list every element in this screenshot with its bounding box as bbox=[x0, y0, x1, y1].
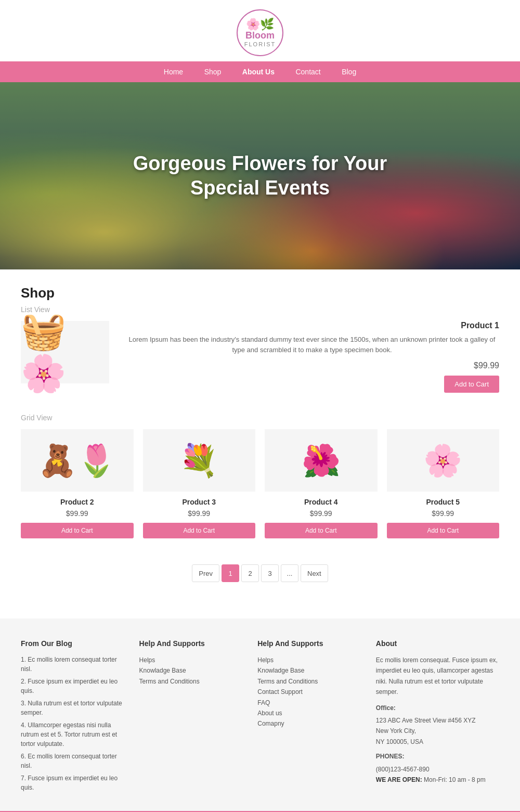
grid-product-price-2: $99.99 bbox=[265, 509, 378, 518]
logo-circle: 🌸🌿 Bloom FLORIST bbox=[237, 9, 283, 56]
footer-office-label: Office: bbox=[376, 703, 499, 713]
blog-item-5: 7. Fusce ipsum ex imperdiet eu leo quis. bbox=[21, 774, 124, 792]
blog-item-4: 6. Ec mollis lorem consequat torter nisl… bbox=[21, 752, 124, 770]
grid-product-image-0: 🧸🌷 bbox=[21, 429, 134, 492]
grid-add-to-cart-button-2[interactable]: Add to Cart bbox=[265, 523, 378, 538]
blog-item-3: 4. Ullamcorper egestas nisi nulla rutrum… bbox=[21, 720, 124, 749]
list-product-info: Product 1 Lorem Ipsum has been the indus… bbox=[125, 321, 499, 393]
blog-item-1: 2. Fusce ipsum ex imperdiet eu leo quis. bbox=[21, 677, 124, 695]
footer-city: New York City, bbox=[376, 726, 499, 736]
grid-product-name-2: Product 4 bbox=[265, 498, 378, 506]
logo: 🌸🌿 Bloom FLORIST bbox=[237, 9, 283, 56]
pagination-page-2[interactable]: 2 bbox=[241, 564, 259, 582]
blog-item-0: 1. Ec mollis lorem consequat torter nisl… bbox=[21, 655, 124, 674]
grid-item-3: 🌸 Product 5 $99.99 Add to Cart bbox=[387, 429, 500, 538]
grid-product-price-1: $99.99 bbox=[143, 509, 256, 518]
logo-florist: FLORIST bbox=[244, 41, 276, 47]
pagination-prev[interactable]: Prev bbox=[192, 564, 219, 582]
pagination: Prev 1 2 3 ... Next bbox=[21, 554, 499, 603]
grid-item-2: 🌺 Product 4 $99.99 Add to Cart bbox=[265, 429, 378, 538]
help2-item-6[interactable]: Comapny bbox=[257, 718, 360, 729]
help1-item-2[interactable]: Terms and Conditions bbox=[139, 676, 242, 687]
footer-help2-title: Help And Supports bbox=[257, 639, 360, 648]
grid-product-name-3: Product 5 bbox=[387, 498, 500, 506]
footer-grid: From Our Blog 1. Ec mollis lorem consequ… bbox=[21, 639, 499, 811]
footer-hours: WE ARE OPEN: Mon-Fri: 10 am - 8 pm bbox=[376, 775, 499, 785]
list-product-image: 🧺🌸 bbox=[21, 321, 109, 383]
footer-phones-label: PHONES: bbox=[376, 751, 499, 762]
grid-product-name-0: Product 2 bbox=[21, 498, 134, 506]
grid-flower-icon-0: 🧸🌷 bbox=[38, 442, 116, 479]
footer-blog-column: From Our Blog 1. Ec mollis lorem consequ… bbox=[21, 639, 124, 795]
help2-item-0[interactable]: Helps bbox=[257, 655, 360, 665]
hero-content: Gorgeous Flowers for Your Special Events bbox=[123, 141, 397, 211]
nav-contact[interactable]: Contact bbox=[286, 61, 330, 82]
grid-add-to-cart-button-3[interactable]: Add to Cart bbox=[387, 523, 500, 538]
help2-item-1[interactable]: Knowladge Base bbox=[257, 665, 360, 676]
grid-view: 🧸🌷 Product 2 $99.99 Add to Cart 💐 Produc… bbox=[21, 429, 499, 538]
footer-help1-column: Help And Supports Helps Knowladge Base T… bbox=[139, 639, 242, 795]
hero-title-line1: Gorgeous Flowers for Your bbox=[133, 152, 387, 174]
site-header: 🌸🌿 Bloom FLORIST bbox=[0, 0, 520, 61]
grid-product-image-3: 🌸 bbox=[387, 429, 500, 492]
hero-title-line2: Special Events bbox=[190, 177, 330, 199]
help2-item-2[interactable]: Terms and Conditions bbox=[257, 676, 360, 687]
logo-bloom: Bloom bbox=[244, 31, 276, 41]
footer-about-title: About bbox=[376, 639, 499, 648]
shop-section: Shop List View 🧺🌸 Product 1 Lorem Ipsum … bbox=[0, 269, 520, 618]
shop-title: Shop bbox=[21, 285, 499, 301]
footer-state: NY 100005, USA bbox=[376, 737, 499, 747]
help2-item-3[interactable]: Contact Support bbox=[257, 687, 360, 697]
blog-item-2: 3. Nulla rutrum est et tortor vulputate … bbox=[21, 699, 124, 717]
grid-flower-icon-3: 🌸 bbox=[423, 442, 462, 479]
nav-bar: Home Shop About Us Contact Blog bbox=[0, 61, 520, 82]
footer-help1-list: Helps Knowladge Base Terms and Condition… bbox=[139, 655, 242, 687]
nav-shop[interactable]: Shop bbox=[195, 61, 231, 82]
footer-hours-value: Mon-Fri: 10 am - 8 pm bbox=[424, 776, 486, 783]
footer-about-text: Ec mollis lorem consequat. Fusce ipsum e… bbox=[376, 655, 499, 698]
nav-blog[interactable]: Blog bbox=[332, 61, 366, 82]
logo-text: 🌸🌿 Bloom FLORIST bbox=[244, 18, 276, 47]
grid-product-price-0: $99.99 bbox=[21, 509, 134, 518]
pagination-next[interactable]: Next bbox=[301, 564, 328, 582]
footer: From Our Blog 1. Ec mollis lorem consequ… bbox=[0, 618, 520, 812]
grid-product-price-3: $99.99 bbox=[387, 509, 500, 518]
help1-item-0[interactable]: Helps bbox=[139, 655, 242, 665]
grid-item-1: 💐 Product 3 $99.99 Add to Cart bbox=[143, 429, 256, 538]
help2-item-4[interactable]: FAQ bbox=[257, 698, 360, 708]
footer-hours-label: WE ARE OPEN: bbox=[376, 776, 422, 783]
grid-view-label: Grid View bbox=[21, 408, 499, 422]
nav-home[interactable]: Home bbox=[154, 61, 192, 82]
grid-product-image-2: 🌺 bbox=[265, 429, 378, 492]
pagination-ellipsis: ... bbox=[281, 564, 298, 582]
grid-flower-icon-1: 💐 bbox=[179, 442, 218, 479]
footer-phone: (800)123-4567-890 bbox=[376, 764, 499, 775]
list-product-desc: Lorem Ipsum has been the industry's stan… bbox=[125, 334, 499, 355]
pagination-page-3[interactable]: 3 bbox=[261, 564, 279, 582]
footer-blog-list: 1. Ec mollis lorem consequat torter nisl… bbox=[21, 655, 124, 792]
hero-section: Gorgeous Flowers for Your Special Events bbox=[0, 82, 520, 269]
footer-blog-title: From Our Blog bbox=[21, 639, 124, 648]
list-flower-icon: 🧺🌸 bbox=[21, 310, 109, 395]
list-view-item: 🧺🌸 Product 1 Lorem Ipsum has been the in… bbox=[21, 321, 499, 393]
help2-item-5[interactable]: About us bbox=[257, 708, 360, 718]
help1-item-1[interactable]: Knowladge Base bbox=[139, 665, 242, 676]
grid-flower-icon-2: 🌺 bbox=[302, 442, 341, 479]
hero-title: Gorgeous Flowers for Your Special Events bbox=[133, 151, 387, 201]
footer-help2-list: Helps Knowladge Base Terms and Condition… bbox=[257, 655, 360, 729]
logo-flower-icon: 🌸🌿 bbox=[246, 18, 274, 31]
footer-address: 123 ABC Ave Street View #456 XYZ bbox=[376, 715, 499, 726]
grid-add-to-cart-button-0[interactable]: Add to Cart bbox=[21, 523, 134, 538]
list-product-price: $99.99 bbox=[125, 361, 499, 370]
footer-help2-column: Help And Supports Helps Knowladge Base T… bbox=[257, 639, 360, 795]
list-add-to-cart-button[interactable]: Add to Cart bbox=[444, 376, 499, 393]
grid-product-image-1: 💐 bbox=[143, 429, 256, 492]
list-product-name: Product 1 bbox=[125, 321, 499, 330]
grid-product-name-1: Product 3 bbox=[143, 498, 256, 506]
nav-about[interactable]: About Us bbox=[233, 61, 284, 82]
pagination-page-1[interactable]: 1 bbox=[222, 564, 239, 582]
footer-about-column: About Ec mollis lorem consequat. Fusce i… bbox=[376, 639, 499, 795]
footer-help1-title: Help And Supports bbox=[139, 639, 242, 648]
grid-item-0: 🧸🌷 Product 2 $99.99 Add to Cart bbox=[21, 429, 134, 538]
grid-add-to-cart-button-1[interactable]: Add to Cart bbox=[143, 523, 256, 538]
